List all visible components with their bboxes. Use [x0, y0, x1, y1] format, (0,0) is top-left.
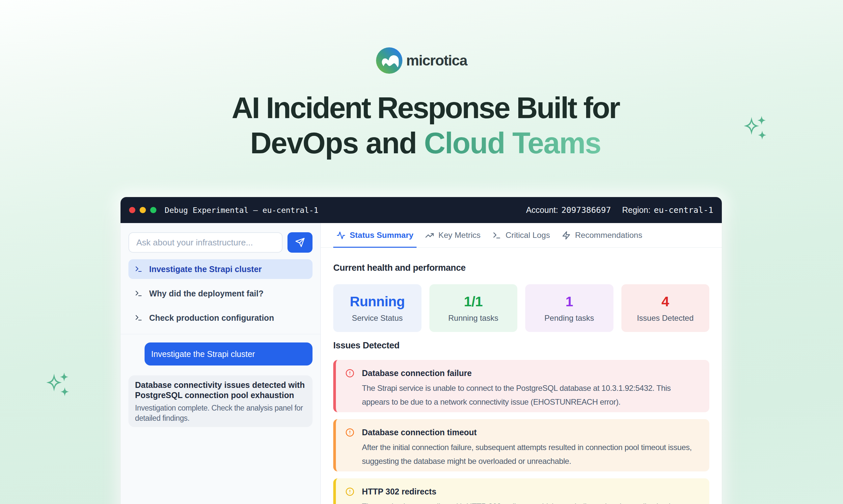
- page-title: AI Incident Response Built for DevOps an…: [4, 90, 843, 161]
- suggestion-list: Investigate the Strapi cluster Why did t…: [128, 259, 312, 328]
- activity-icon: [337, 231, 345, 240]
- stat-label: Running tasks: [448, 313, 498, 323]
- tab-label: Critical Logs: [505, 231, 550, 240]
- issue-http-302-redirects: HTTP 302 redirects The service is respon…: [333, 478, 709, 504]
- stat-service-status: Running Service Status: [333, 284, 422, 332]
- terminal-prompt-icon: [135, 289, 142, 298]
- chat-thread: Investigate the Strapi cluster Database …: [128, 334, 312, 427]
- tab-label: Status Summary: [350, 231, 413, 240]
- stat-value: 1/1: [464, 294, 483, 310]
- suggestion-label: Check production configuration: [149, 313, 274, 323]
- issue-db-connection-failure: Database connection failure The Strapi s…: [333, 360, 709, 412]
- microtica-logo-icon: [376, 47, 402, 74]
- suggestion-label: Investigate the Strapi cluster: [149, 265, 262, 274]
- issue-title: HTTP 302 redirects: [362, 487, 436, 497]
- stat-issues-detected: 4 Issues Detected: [621, 284, 710, 332]
- suggestion-check-production[interactable]: Check production configuration: [128, 308, 312, 328]
- issue-description: After the initial connection failure, su…: [362, 440, 700, 468]
- terminal-prompt-icon: [135, 265, 142, 273]
- stat-label: Service Status: [352, 313, 403, 323]
- tab-status-summary[interactable]: Status Summary: [333, 223, 416, 247]
- stat-pending-tasks: 1 Pending tasks: [525, 284, 614, 332]
- page-title-line2-prefix: DevOps and: [250, 127, 424, 160]
- account-value: 2097386697: [562, 205, 611, 215]
- account-label: Account:: [526, 205, 558, 215]
- user-message: Investigate the Strapi cluster: [144, 342, 312, 365]
- tab-key-metrics[interactable]: Key Metrics: [422, 223, 484, 247]
- brand-logo: microtica: [0, 47, 843, 74]
- send-icon: [295, 237, 305, 247]
- issue-header: Database connection timeout: [345, 426, 700, 438]
- issue-title: Database connection failure: [362, 368, 471, 378]
- region-value: eu-central-1: [654, 205, 713, 215]
- tab-label: Key Metrics: [438, 231, 480, 240]
- stat-running-tasks: 1/1 Running tasks: [429, 284, 518, 332]
- page-title-line1: AI Incident Response Built for: [231, 91, 619, 124]
- app-window: Debug Experimental — eu-central-1 Accoun…: [121, 197, 722, 504]
- zoom-window-icon[interactable]: [150, 207, 156, 213]
- trending-up-icon: [425, 231, 434, 240]
- send-button[interactable]: [288, 232, 312, 253]
- stat-label: Issues Detected: [637, 313, 693, 323]
- zap-icon: [562, 231, 571, 240]
- assistant-message: Database connectivity issues detected wi…: [128, 375, 312, 427]
- account-info: Account: 2097386697: [526, 205, 611, 215]
- tab-label: Recommendations: [575, 231, 642, 240]
- assistant-message-body: Investigation complete. Check the analys…: [135, 403, 306, 424]
- alert-circle-icon: [345, 369, 354, 378]
- assistant-message-title: Database connectivity issues detected wi…: [135, 380, 306, 400]
- alert-circle-icon: [345, 487, 354, 496]
- stat-value: Running: [350, 294, 405, 310]
- close-window-icon[interactable]: [129, 207, 135, 213]
- terminal-icon: [492, 231, 501, 240]
- ask-row: [128, 232, 312, 253]
- terminal-prompt-icon: [135, 314, 142, 322]
- chat-sidebar: Investigate the Strapi cluster Why did t…: [121, 223, 321, 504]
- issue-title: Database connection timeout: [362, 428, 477, 437]
- window-body: Investigate the Strapi cluster Why did t…: [121, 223, 722, 504]
- brand-name: microtica: [406, 52, 467, 69]
- issue-list: Database connection failure The Strapi s…: [333, 360, 709, 504]
- issues-heading: Issues Detected: [333, 341, 709, 351]
- sparkles-icon: [43, 370, 72, 400]
- page-title-line2: DevOps and Cloud Teams: [250, 127, 601, 160]
- window-title: Debug Experimental — eu-central-1: [165, 205, 319, 215]
- tab-critical-logs[interactable]: Critical Logs: [489, 223, 553, 247]
- window-titlebar: Debug Experimental — eu-central-1 Accoun…: [121, 197, 722, 223]
- issue-description: The Strapi service is unable to connect …: [362, 381, 700, 409]
- status-summary-content: Current health and performance Running S…: [321, 248, 722, 504]
- suggestion-investigate-strapi[interactable]: Investigate the Strapi cluster: [128, 259, 312, 279]
- ask-input[interactable]: [128, 232, 282, 253]
- stat-value: 1: [565, 294, 573, 310]
- suggestion-deployment-fail[interactable]: Why did the deployment fail?: [128, 284, 312, 303]
- page-title-highlight: Cloud Teams: [424, 127, 601, 160]
- suggestion-label: Why did the deployment fail?: [149, 289, 263, 299]
- tab-recommendations[interactable]: Recommendations: [558, 223, 646, 247]
- stat-label: Pending tasks: [544, 313, 594, 323]
- stat-value: 4: [661, 294, 669, 310]
- issue-header: HTTP 302 redirects: [345, 486, 700, 498]
- issue-header: Database connection failure: [345, 367, 700, 379]
- stat-cards: Running Service Status 1/1 Running tasks…: [333, 284, 709, 332]
- health-heading: Current health and performance: [333, 263, 709, 273]
- sparkles-icon: [740, 113, 770, 143]
- tab-bar: Status Summary Key Metrics Critical Logs…: [321, 223, 722, 248]
- region-info: Region: eu-central-1: [622, 205, 713, 215]
- issue-db-connection-timeout: Database connection timeout After the in…: [333, 419, 709, 471]
- minimize-window-icon[interactable]: [140, 207, 146, 213]
- region-label: Region:: [622, 205, 650, 215]
- hero-section: microtica AI Incident Response Built for…: [0, 0, 843, 161]
- alert-circle-icon: [345, 428, 354, 437]
- analysis-panel: Status Summary Key Metrics Critical Logs…: [321, 223, 722, 504]
- issue-description: The service is responding with HTTP 302 …: [362, 500, 700, 504]
